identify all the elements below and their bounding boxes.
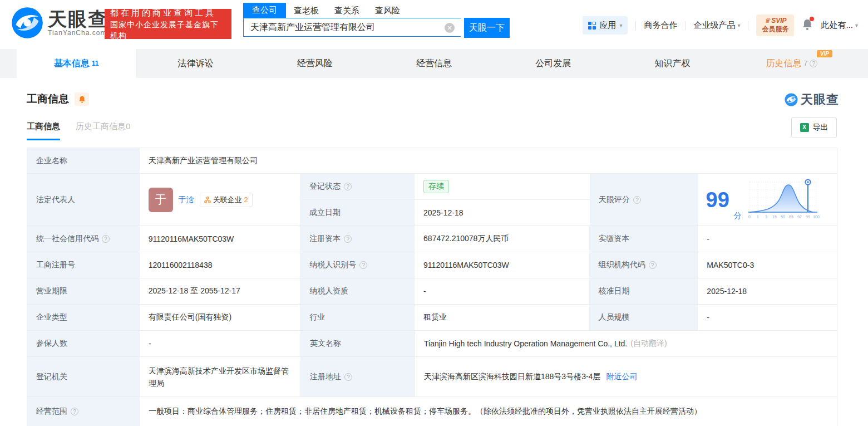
brand-name: 天眼查 [48,9,108,29]
help-icon[interactable]: ? [633,196,641,204]
clear-search-icon[interactable]: ✕ [445,23,455,33]
field-label: 组织机构代码 [599,260,645,270]
taxpayer-id-label: 纳税人识别号 ? [300,252,415,278]
tab-label: 公司发展 [535,58,571,70]
reg-number-label: 工商注册号 [27,252,140,278]
help-icon[interactable]: ? [344,183,352,190]
score-unit: 分 [734,211,742,221]
staff-size-value: - [698,305,837,330]
tab-label: 经营风险 [297,58,333,70]
tab-basic-info[interactable]: 基本信息 11 [17,49,136,78]
tianyancha-logo-icon [785,93,798,106]
promo-line2: 国家中小企业发展子基金旗下机构 [110,19,226,41]
tab-count: 11 [92,60,99,67]
company-name-label: 企业名称 [27,148,140,173]
insured-count-label: 参保人数 [27,331,140,356]
establish-date-label: 成立日期 [300,200,415,226]
help-icon[interactable]: ? [359,261,367,269]
monitor-bell-button[interactable] [75,92,89,106]
help-icon[interactable]: ? [344,373,352,381]
english-name-label: 英文名称 [301,331,415,356]
establish-date-value: 2025-12-18 [415,200,590,226]
insured-count-value: - [140,331,301,356]
taxpayer-qualification-label: 纳税人资质 [300,278,415,304]
apps-menu-button[interactable]: 应用 ▾ [583,16,628,35]
tianyancha-logo-icon [11,7,43,39]
excel-icon: X [800,123,809,132]
tab-business-info[interactable]: 经营信息 [374,49,494,78]
apps-label: 应用 [599,20,616,31]
help-icon[interactable]: ? [344,235,352,243]
svg-text:0: 0 [748,215,751,219]
search-tab-boss[interactable]: 查老板 [286,4,327,18]
nav-enterprise-products[interactable]: 企业级产品 ▾ [693,20,740,31]
export-button[interactable]: X 导出 [791,117,837,138]
reg-capital-value: 687472.210078万人民币 [415,226,590,252]
search-tab-company[interactable]: 查公司 [243,3,286,18]
export-label: 导出 [813,123,828,133]
nav-cooperation[interactable]: 商务合作 [644,20,677,31]
subtab-history-business-info[interactable]: 历史工商信息0 [76,121,130,140]
search-tab-relation[interactable]: 查关系 [327,4,367,18]
reg-capital-label: 注册资本 ? [300,226,415,252]
table-row: 企业类型 有限责任公司(国有独资) 行业 租赁业 人员规模 - [27,305,837,331]
divider [748,21,748,30]
search-tab-risk[interactable]: 查风险 [367,4,408,18]
help-icon[interactable]: ? [649,261,657,269]
score-number: 99 [706,189,729,210]
org-structure-icon [204,197,211,203]
watermark-logo: 天眼查 [785,91,839,108]
table-row: 法定代表人 于 于浛 关联企业 2 登 [27,174,837,226]
table-row: 工商注册号 120116002118438 纳税人识别号 ? 91120116M… [27,252,837,278]
company-type-label: 企业类型 [27,305,140,330]
field-label: 注册地址 [310,372,341,382]
industry-value: 租赁业 [415,305,590,330]
english-name-value: Tianjin High tech Industry Operation Man… [415,331,837,356]
score-label: 天眼评分 ? [590,174,698,226]
tab-legal-proceedings[interactable]: 法律诉讼 [136,49,255,78]
reg-status-value: 存续 [415,174,590,199]
legal-rep-name-link[interactable]: 于浛 [179,195,194,205]
help-icon[interactable]: ? [810,60,817,67]
tab-history-info[interactable]: VIP 历史信息 7 ? [732,49,851,78]
score-value: 99 分 [698,174,837,226]
search-area: 查公司 查老板 查关系 查风险 ✕ 天眼一下 [243,3,510,38]
promo-banner: 都在用的商业查询工具 国家中小企业发展子基金旗下机构 [105,9,231,39]
svg-text:99: 99 [806,215,810,219]
field-label: 纳税人识别号 [309,260,356,270]
paid-capital-value: - [698,226,837,252]
subtab-current-business-info[interactable]: 工商信息 [27,121,60,140]
promo-line1: 都在用的商业查询工具 [110,7,226,19]
legal-rep-avatar[interactable]: 于 [149,188,173,212]
related-label: 关联企业 [213,195,242,205]
tab-operation-risk[interactable]: 经营风险 [255,49,374,78]
svg-text:1: 1 [757,215,759,219]
search-input[interactable] [243,18,461,37]
table-row: 参保人数 - 英文名称 Tianjin High tech Industry O… [27,331,837,357]
tab-count: 7 [803,60,807,67]
apps-grid-icon [588,22,596,30]
reg-status-label: 登记状态 ? [300,174,415,199]
related-companies-badge[interactable]: 关联企业 2 [200,193,253,207]
user-account-menu[interactable]: 此处有... ▾ [821,20,858,31]
section-title: 工商信息 [27,92,69,106]
svip-label: SVIP [771,17,786,25]
notification-bell-button[interactable] [802,18,813,33]
org-code-label: 组织机构代码 ? [590,252,698,278]
search-button[interactable]: 天眼一下 [464,18,510,38]
svip-member-button[interactable]: ♛SVIP 会员服务 [756,14,794,36]
tab-label: 知识产权 [655,58,691,70]
tab-company-development[interactable]: 公司发展 [494,49,613,78]
field-label: 登记状态 [309,182,341,192]
subtab-count: 0 [126,121,130,131]
tab-intellectual-property[interactable]: 知识产权 [613,49,732,78]
nearby-companies-link[interactable]: 附近公司 [606,372,637,382]
subtab-label: 历史工商信息 [76,121,126,131]
help-icon[interactable]: ? [71,408,78,415]
help-icon[interactable]: ? [102,235,110,243]
brand-logo[interactable]: 天眼查 TianYanCha.com [11,7,108,39]
svg-text:85: 85 [789,215,793,219]
watermark-text: 天眼查 [801,91,839,108]
staff-size-label: 人员规模 [590,305,698,330]
svg-text:15: 15 [772,215,777,219]
